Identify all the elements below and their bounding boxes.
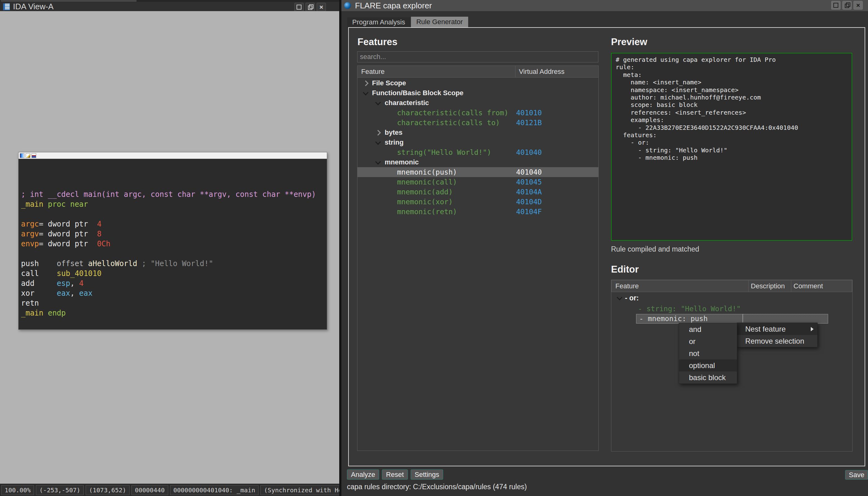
disassembly-toolbar[interactable]	[18, 152, 327, 159]
palette-icon[interactable]	[20, 153, 25, 158]
menu-item-nest-feature[interactable]: Nest feature	[737, 323, 817, 335]
code-line	[21, 209, 327, 219]
tree-row[interactable]: mnemonic	[357, 157, 598, 167]
preview-line: meta:	[616, 71, 848, 78]
tree-row-label: characteristic(calls to)	[397, 119, 500, 127]
tree-row[interactable]: mnemonic(call)401045	[357, 177, 598, 187]
chevron-down-icon[interactable]	[616, 295, 622, 300]
tree-row-label: string("Hello World!")	[397, 148, 491, 156]
reset-button[interactable]: Reset	[382, 469, 408, 480]
column-feature[interactable]: Feature	[361, 68, 385, 76]
chevron-right-icon[interactable]	[375, 130, 381, 135]
tree-row[interactable]: characteristic(calls from)401010	[357, 108, 598, 118]
restore-button[interactable]	[305, 3, 315, 12]
editor-row-string[interactable]: - string: "Hello World!"	[611, 304, 852, 314]
maximize-button[interactable]	[294, 3, 304, 12]
settings-button[interactable]: Settings	[411, 469, 443, 480]
window-icon[interactable]	[32, 153, 36, 158]
column-comment[interactable]: Comment	[793, 282, 823, 290]
tree-row-label: mnemonic(push)	[397, 168, 457, 176]
tree-row[interactable]: mnemonic(push)401040	[357, 167, 598, 177]
column-divider[interactable]	[748, 280, 749, 292]
maximize-icon	[296, 5, 302, 10]
preview-line: features:	[616, 131, 848, 139]
tree-row-label: string	[385, 138, 403, 146]
preview-line: # generated using capa explorer for IDA …	[616, 56, 848, 63]
ida-window: IDA View-A × ; int __cdecl main(int argc…	[0, 0, 339, 496]
disassembly-window[interactable]: ; int __cdecl main(int argc, const char …	[18, 152, 327, 330]
ida-window-title: IDA View-A	[13, 2, 54, 11]
tree-row[interactable]: characteristic(calls to)40121B	[357, 118, 598, 128]
capa-titlebar[interactable]: FLARE capa explorer ×	[341, 0, 868, 11]
tree-row[interactable]: mnemonic(xor)40104D	[357, 197, 598, 207]
tree-row[interactable]: characteristic	[357, 98, 598, 108]
tab-bar: Program AnalysisRule Generator	[347, 17, 469, 27]
edit-icon[interactable]	[26, 153, 30, 158]
menu-item-not[interactable]: not	[679, 347, 737, 359]
close-button[interactable]: ×	[853, 1, 863, 10]
tree-row-label: bytes	[385, 128, 402, 137]
tree-row[interactable]: File Scope	[357, 78, 598, 88]
status-segment: 00000440	[132, 485, 168, 495]
status-segment: (Synchronized with Hex	[260, 485, 339, 495]
editor-table-header[interactable]: Feature Description Comment	[611, 280, 852, 292]
code-line: push offset aHelloWorld ; "Hello World!"	[21, 259, 327, 268]
chevron-down-icon[interactable]	[375, 159, 381, 165]
column-feature[interactable]: Feature	[615, 282, 639, 290]
tree-row[interactable]: bytes	[357, 128, 598, 138]
chevron-right-icon[interactable]	[363, 80, 368, 86]
preview-line: scope: basic block	[616, 101, 848, 108]
tree-row-label: File Scope	[372, 79, 406, 87]
features-tree: File ScopeFunction/Basic Block Scopechar…	[357, 78, 599, 451]
preview-line: author: michael.hunhoff@fireeye.com	[616, 94, 848, 101]
splitter-handle[interactable]	[1, 0, 137, 2]
close-icon: ×	[319, 4, 323, 10]
screen: IDA View-A × ; int __cdecl main(int argc…	[0, 0, 868, 496]
menu-item-optional[interactable]: optional	[679, 359, 737, 371]
ida-view-canvas[interactable]: ; int __cdecl main(int argc, const char …	[0, 11, 339, 484]
chevron-down-icon[interactable]	[363, 90, 368, 95]
editor-row-or[interactable]: - or:	[611, 292, 852, 304]
menu-item-basic-block[interactable]: basic block	[679, 371, 737, 384]
tree-row[interactable]: mnemonic(retn)40104F	[357, 207, 598, 217]
search-input[interactable]	[357, 51, 598, 62]
tree-row-label: mnemonic(retn)	[397, 208, 457, 216]
close-button[interactable]: ×	[317, 3, 326, 12]
menu-item-remove-selection[interactable]: Remove selection	[737, 335, 817, 347]
editor-heading: Editor	[611, 264, 639, 275]
save-button[interactable]: Save	[845, 470, 868, 480]
preview-line: rule:	[616, 63, 848, 71]
tab-program-analysis[interactable]: Program Analysis	[347, 17, 410, 27]
status-segment: (-253,-507)	[36, 485, 83, 495]
menu-item-or[interactable]: or	[679, 335, 737, 347]
column-divider[interactable]	[791, 280, 791, 292]
column-divider[interactable]	[515, 66, 516, 77]
maximize-button[interactable]	[831, 1, 840, 10]
analyze-button[interactable]: Analyze	[347, 469, 379, 480]
preview-heading: Preview	[611, 36, 647, 48]
code-line: argv= dword ptr 8	[21, 229, 327, 239]
tree-row[interactable]: mnemonic(add)40104A	[357, 187, 598, 197]
menu-item-and[interactable]: and	[679, 323, 737, 335]
column-virtual-address[interactable]: Virtual Address	[519, 68, 565, 76]
tree-row[interactable]: string	[357, 138, 598, 148]
tab-rule-generator[interactable]: Rule Generator	[411, 17, 468, 27]
chevron-down-icon[interactable]	[375, 139, 381, 145]
action-buttons: AnalyzeResetSettings	[347, 469, 443, 480]
status-segment: 100.00%	[1, 485, 34, 495]
virtual-address: 40104D	[516, 198, 542, 206]
chevron-down-icon[interactable]	[375, 99, 381, 105]
tree-row-label: mnemonic(add)	[397, 188, 453, 196]
ida-titlebar[interactable]: IDA View-A ×	[0, 2, 339, 11]
restore-button[interactable]	[842, 1, 852, 10]
column-description[interactable]: Description	[751, 282, 785, 290]
features-heading: Features	[357, 36, 397, 48]
tree-row[interactable]: string("Hello World!")401040	[357, 148, 598, 157]
close-icon: ×	[856, 2, 860, 8]
features-table-header[interactable]: Feature Virtual Address	[357, 65, 599, 78]
editor-row-label: - mnemonic: push	[639, 314, 708, 324]
disassembly-listing[interactable]: ; int __cdecl main(int argc, const char …	[18, 159, 327, 329]
code-line: ; int __cdecl main(int argc, const char …	[21, 189, 327, 199]
tree-row[interactable]: Function/Basic Block Scope	[357, 88, 598, 98]
capa-explorer-window: FLARE capa explorer × Program AnalysisRu…	[341, 0, 868, 496]
